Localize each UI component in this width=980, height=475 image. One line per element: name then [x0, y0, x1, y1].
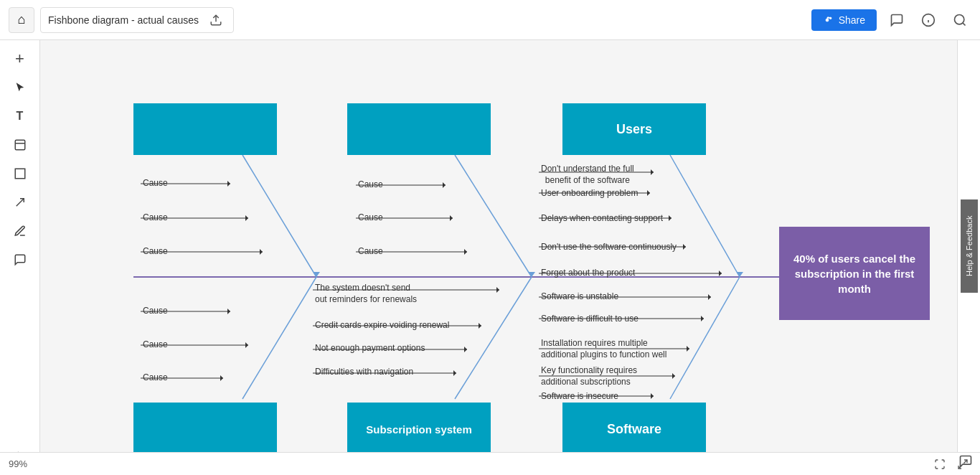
- cause-label-l1: Cause: [143, 178, 168, 188]
- svg-marker-42: [464, 347, 467, 352]
- cause-label-r1: Don't understand the fullbenefit of the …: [541, 164, 634, 186]
- svg-marker-25: [245, 342, 248, 348]
- svg-marker-19: [245, 215, 248, 221]
- cause-label-r6: Software is unstable: [541, 291, 618, 301]
- cause-label-r4: Don't use the software continuously: [541, 242, 677, 252]
- svg-marker-65: [672, 373, 675, 379]
- cause-label-l6: Cause: [143, 372, 168, 382]
- svg-marker-49: [651, 169, 654, 175]
- comment-tool[interactable]: [7, 247, 33, 273]
- cause-label-m4: The system doesn't sendout reminders for…: [315, 283, 417, 305]
- canvas[interactable]: Users Subscription system Software 40% o…: [40, 40, 980, 452]
- cause-label-m5: Credit cards expire voiding renewal: [315, 320, 449, 330]
- select-tool[interactable]: [7, 75, 33, 100]
- svg-marker-23: [227, 309, 230, 314]
- svg-rect-8: [15, 140, 25, 150]
- svg-point-1: [826, 19, 829, 22]
- svg-marker-32: [443, 182, 446, 188]
- sidebar: + T: [0, 40, 40, 475]
- top-mid-box[interactable]: [347, 103, 491, 155]
- svg-line-11: [16, 199, 24, 207]
- svg-marker-38: [496, 287, 499, 293]
- bottom-bar: 99%: [0, 452, 980, 475]
- text-tool[interactable]: T: [7, 103, 33, 129]
- bot-mid-box[interactable]: Subscription system: [347, 403, 491, 452]
- cause-label-l4: Cause: [143, 306, 168, 316]
- svg-line-68: [670, 277, 740, 399]
- help-feedback-tab[interactable]: Help & Feedback: [961, 199, 978, 293]
- svg-rect-10: [15, 169, 25, 179]
- add-button[interactable]: +: [7, 46, 33, 72]
- top-left-box[interactable]: [133, 103, 277, 155]
- svg-marker-53: [669, 215, 672, 221]
- svg-marker-40: [479, 323, 481, 329]
- svg-line-29: [455, 155, 532, 277]
- svg-marker-34: [450, 215, 453, 221]
- bot-left-box[interactable]: [133, 403, 277, 452]
- svg-marker-51: [647, 190, 650, 196]
- result-box[interactable]: 40% of users cancel the subscription in …: [779, 227, 930, 320]
- svg-marker-67: [651, 393, 654, 399]
- cause-label-m3: Cause: [358, 246, 383, 256]
- svg-marker-17: [227, 181, 230, 187]
- cause-label-r9: Key functionality requiresadditional sub…: [541, 365, 637, 387]
- chat-button-bottom-right[interactable]: [958, 454, 973, 472]
- fit-screen-button[interactable]: [931, 456, 948, 473]
- svg-line-46: [670, 155, 740, 277]
- diagram-title: Fishbone diagram - actual causes: [48, 14, 199, 26]
- svg-line-14: [242, 155, 316, 277]
- cause-label-r3: Delays when contacting support: [541, 213, 663, 223]
- diagram-title-bar: Fishbone diagram - actual causes: [40, 7, 234, 33]
- zoom-level: 99%: [9, 458, 27, 469]
- svg-line-28: [242, 277, 316, 399]
- pen-tool[interactable]: [7, 218, 33, 244]
- cause-label-r7: Software is difficult to use: [541, 314, 639, 324]
- svg-marker-27: [220, 375, 223, 381]
- cause-label-l2: Cause: [143, 212, 168, 222]
- toolbar-right: Share: [811, 9, 971, 32]
- comment-button[interactable]: [885, 9, 908, 32]
- sticky-note-tool[interactable]: [7, 132, 33, 158]
- svg-marker-36: [464, 249, 467, 255]
- shape-tool[interactable]: [7, 161, 33, 187]
- home-button[interactable]: ⌂: [9, 7, 34, 33]
- bot-right-box[interactable]: Software: [562, 403, 706, 452]
- svg-marker-57: [719, 271, 722, 276]
- search-button[interactable]: [948, 9, 971, 32]
- svg-line-45: [455, 277, 532, 399]
- svg-marker-21: [260, 249, 263, 255]
- info-button[interactable]: [917, 9, 940, 32]
- svg-marker-59: [708, 294, 711, 300]
- svg-marker-44: [453, 370, 456, 376]
- cause-label-r5: Forget about the product: [541, 268, 635, 278]
- cause-label-m6: Not enough payment options: [315, 343, 425, 353]
- cause-label-m1: Cause: [358, 179, 383, 189]
- cause-label-l3: Cause: [143, 246, 168, 256]
- cause-label-r10: Software is insecure: [541, 391, 618, 401]
- cause-label-l5: Cause: [143, 339, 168, 349]
- toolbar: ⌂ Fishbone diagram - actual causes Share: [0, 0, 980, 40]
- svg-marker-55: [683, 244, 686, 250]
- cause-label-m7: Difficulties with navigation: [315, 367, 413, 377]
- upload-button[interactable]: [206, 10, 226, 30]
- top-right-box[interactable]: Users: [562, 103, 706, 155]
- svg-marker-61: [701, 316, 704, 321]
- arrow-tool[interactable]: [7, 189, 33, 215]
- cause-label-r2: User onboarding problem: [541, 188, 638, 198]
- cause-label-m2: Cause: [358, 212, 383, 222]
- share-button[interactable]: Share: [811, 9, 877, 31]
- svg-line-7: [963, 22, 966, 25]
- svg-marker-63: [687, 346, 689, 352]
- right-panel: Help & Feedback: [957, 40, 980, 452]
- svg-point-6: [955, 14, 964, 24]
- cause-label-r8: Installation requires multipleadditional…: [541, 338, 666, 360]
